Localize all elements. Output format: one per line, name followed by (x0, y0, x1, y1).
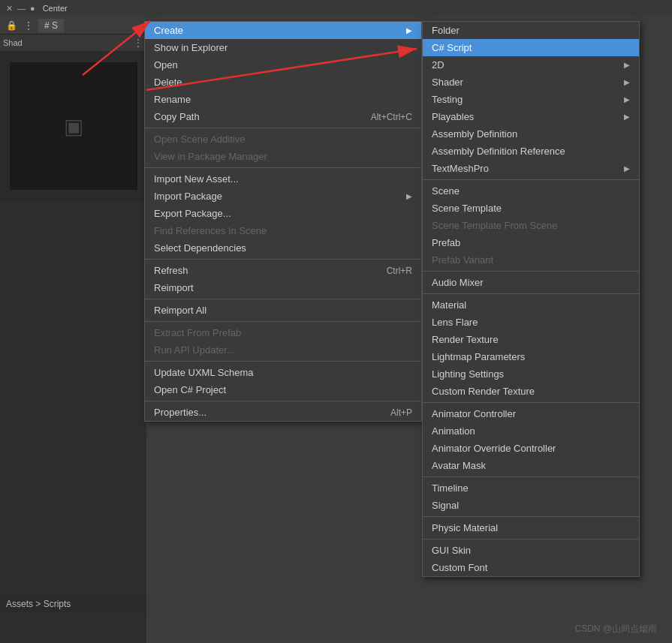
menu-open[interactable]: Open (145, 56, 421, 74)
breadcrumb: Assets > Scripts (0, 595, 146, 613)
menu-view-package-manager: View in Package Manager (145, 148, 421, 165)
sep1 (145, 128, 421, 128)
panel-toolbar: Shad ⋮ (0, 35, 146, 51)
sep7 (145, 401, 421, 401)
rsep6 (423, 516, 639, 517)
menu-open-csharp[interactable]: Open C# Project (145, 381, 421, 398)
rsep1 (423, 179, 639, 180)
thumbnail: ▣ (10, 62, 137, 190)
menu-find-references: Find References In Scene (145, 222, 421, 239)
menu-custom-font[interactable]: Custom Font (423, 559, 639, 576)
rsep5 (423, 476, 639, 477)
center-label: Center (43, 4, 68, 13)
menu-scene-template-from-scene: Scene Template From Scene (423, 217, 639, 234)
create-arrow: ▶ (406, 26, 412, 35)
close-icon: ✕ (6, 4, 13, 14)
menu-gui-skin[interactable]: GUI Skin (423, 542, 639, 559)
playables-arrow: ▶ (624, 113, 630, 121)
import-package-arrow: ▶ (406, 192, 412, 200)
panel-sub-label: Shad (3, 38, 23, 47)
menu-refresh[interactable]: Refresh Ctrl+R (145, 262, 421, 279)
copy-path-shortcut: Alt+Ctrl+C (371, 112, 412, 122)
top-bar-icons: ✕ — ● Center (0, 4, 74, 14)
menu-update-uxml[interactable]: Update UXML Schema (145, 364, 421, 381)
menu-create-label: Create (154, 25, 183, 36)
rsep4 (423, 402, 639, 403)
context-menu-left: Create ▶ Show in Explorer Open Delete Re… (144, 21, 422, 422)
sep5 (145, 321, 421, 322)
menu-open-scene-additive: Open Scene Additive (145, 131, 421, 148)
sep2 (145, 167, 421, 168)
menu-textmeshpro[interactable]: TextMeshPro ▶ (423, 160, 639, 177)
sep4 (145, 299, 421, 299)
menu-assembly-definition-ref[interactable]: Assembly Definition Reference (423, 143, 639, 160)
context-menu-right: Folder C# Script 2D ▶ Shader ▶ Testing ▶… (422, 21, 640, 577)
2d-arrow: ▶ (624, 61, 630, 69)
menu-copy-path[interactable]: Copy Path Alt+Ctrl+C (145, 108, 421, 125)
lock-icon: 🔒 (6, 20, 17, 31)
menu-scene[interactable]: Scene (423, 182, 639, 200)
menu-shader[interactable]: Shader ▶ (423, 74, 639, 91)
menu-properties[interactable]: Properties... Alt+P (145, 404, 421, 421)
menu-testing[interactable]: Testing ▶ (423, 91, 639, 108)
menu-animation[interactable]: Animation (423, 422, 639, 440)
menu-delete[interactable]: Delete (145, 74, 421, 91)
rsep7 (423, 539, 639, 539)
menu-reimport[interactable]: Reimport (145, 279, 421, 296)
menu-prefab-variant: Prefab Variant (423, 251, 639, 269)
menu-import-package[interactable]: Import Package ▶ (145, 188, 421, 205)
more-icon: ⋮ (23, 20, 34, 32)
panel-header: 🔒 ⋮ # S (0, 17, 146, 35)
panel-tab[interactable]: # S (38, 19, 64, 32)
menu-lens-flare[interactable]: Lens Flare (423, 314, 639, 331)
sep3 (145, 259, 421, 260)
menu-avatar-mask[interactable]: Avatar Mask (423, 457, 639, 474)
menu-prefab[interactable]: Prefab (423, 234, 639, 251)
menu-custom-render-texture[interactable]: Custom Render Texture (423, 383, 639, 400)
menu-lighting-settings[interactable]: Lighting Settings (423, 365, 639, 383)
menu-rename[interactable]: Rename (145, 91, 421, 108)
menu-show-explorer[interactable]: Show in Explorer (145, 39, 421, 56)
breadcrumb-text: Assets > Scripts (6, 599, 71, 609)
rsep3 (423, 293, 639, 294)
menu-scene-template[interactable]: Scene Template (423, 200, 639, 217)
menu-create[interactable]: Create ▶ (145, 22, 421, 39)
menu-export-package[interactable]: Export Package... (145, 205, 421, 222)
menu-reimport-all[interactable]: Reimport All (145, 302, 421, 319)
properties-shortcut: Alt+P (390, 407, 412, 418)
tmp-arrow: ▶ (624, 164, 630, 173)
menu-lightmap-parameters[interactable]: Lightmap Parameters (423, 348, 639, 365)
menu-timeline[interactable]: Timeline (423, 479, 639, 497)
menu-material[interactable]: Material (423, 296, 639, 314)
menu-animator-controller[interactable]: Animator Controller (423, 405, 639, 422)
menu-audio-mixer[interactable]: Audio Mixer (423, 274, 639, 291)
shader-arrow: ▶ (624, 78, 630, 86)
menu-extract-prefab: Extract From Prefab (145, 324, 421, 341)
menu-playables[interactable]: Playables ▶ (423, 108, 639, 125)
toolbar-dots: ⋮ (133, 37, 143, 49)
menu-folder[interactable]: Folder (423, 22, 639, 39)
thumbnail-placeholder: ▣ (64, 114, 83, 139)
menu-render-texture[interactable]: Render Texture (423, 331, 639, 348)
refresh-shortcut: Ctrl+R (387, 266, 412, 276)
menu-csharp-script[interactable]: C# Script (423, 39, 639, 56)
thumbnail-area: ▣ (0, 51, 146, 201)
menu-select-dependencies[interactable]: Select Dependencies (145, 239, 421, 257)
menu-run-api-updater: Run API Updater... (145, 341, 421, 359)
minimize-icon: — (17, 4, 26, 13)
menu-signal[interactable]: Signal (423, 497, 639, 514)
unity-icon: ● (30, 4, 35, 13)
menu-physic-material[interactable]: Physic Material (423, 519, 639, 536)
watermark: CSDN @山间点烟雨 (574, 623, 657, 635)
testing-arrow: ▶ (624, 95, 630, 104)
rsep2 (423, 271, 639, 272)
menu-2d[interactable]: 2D ▶ (423, 56, 639, 74)
sep6 (145, 361, 421, 362)
menu-animator-override[interactable]: Animator Override Controller (423, 440, 639, 457)
menu-assembly-definition[interactable]: Assembly Definition (423, 125, 639, 143)
menu-import-new-asset[interactable]: Import New Asset... (145, 170, 421, 188)
top-bar: ✕ — ● Center (0, 0, 672, 17)
